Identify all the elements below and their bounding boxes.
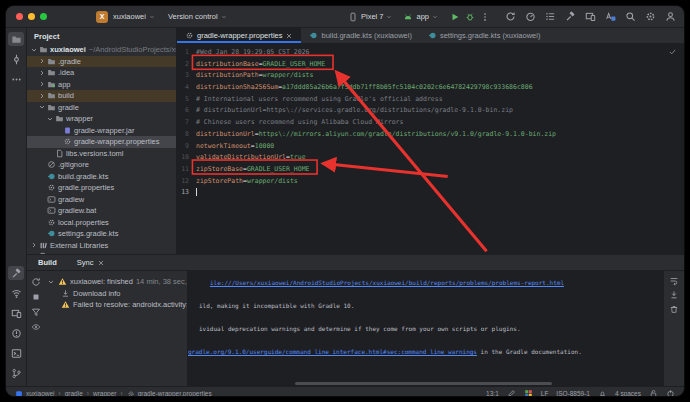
android-icon	[403, 12, 413, 22]
tree-item[interactable]: wrapper	[27, 113, 176, 125]
stop-icon[interactable]	[31, 292, 41, 302]
build-tool-icon[interactable]	[8, 266, 24, 280]
lib-icon	[38, 241, 48, 250]
tree-item[interactable]: .idea	[27, 67, 176, 79]
todo-list-icon[interactable]	[545, 11, 556, 22]
terminal-tool-icon[interactable]	[8, 346, 24, 360]
reader-mode-icon[interactable]	[666, 389, 675, 397]
editor-tabs: gradle-wrapper.propertiesbuild.gradle.kt…	[177, 28, 684, 44]
sync-again-icon[interactable]	[31, 277, 41, 287]
tree-item[interactable]: build	[27, 90, 176, 102]
tree-item[interactable]: app	[27, 79, 176, 91]
device-selector[interactable]: Pixel 7	[348, 12, 393, 22]
search-everywhere-icon[interactable]	[625, 11, 636, 22]
console-link[interactable]: gradle.org/9.1.0/userguide/command_line_…	[188, 348, 477, 355]
tree-item[interactable]: local.properties	[27, 217, 176, 229]
close-icon[interactable]	[97, 259, 105, 267]
tree-item[interactable]: libs.versions.toml	[27, 148, 176, 160]
breadcrumb-item[interactable]: xuxiaowei	[15, 390, 55, 398]
build-tree-row[interactable]: Download info	[45, 288, 187, 300]
console-line: ild, making it incompatible with Gradle …	[188, 300, 664, 312]
build-tree-row[interactable]: xuxiaowei: finished14 min, 38 sec, 395 m…	[45, 276, 187, 288]
profile-icon[interactable]	[665, 11, 676, 22]
settings-icon[interactable]	[645, 11, 656, 22]
horizontal-scrollbar[interactable]	[295, 382, 552, 385]
scroll-to-end-icon[interactable]	[669, 290, 679, 300]
tree-item[interactable]: gradle	[27, 102, 176, 114]
build-tree-row[interactable]: Failed to resolve: androidx.activity:act…	[45, 299, 187, 311]
project-name: xuxiaowei	[113, 12, 146, 21]
tab-gradle-wrapper.properties[interactable]: gradle-wrapper.properties	[177, 28, 301, 43]
tree-item[interactable]: xuxiaowei~/AndroidStudioProjects/xuxiaow…	[27, 44, 176, 56]
pen-icon[interactable]	[507, 389, 516, 397]
inspections-widget-icon[interactable]	[668, 47, 677, 56]
run-button[interactable]	[450, 12, 460, 22]
clear-console-icon[interactable]	[669, 304, 679, 314]
gearfile-icon	[46, 218, 56, 227]
breadcrumb-item[interactable]: gradle	[65, 390, 83, 397]
vcs-menu[interactable]: Version control	[168, 12, 227, 21]
breadcrumb-item[interactable]: gradle-wrapper.properties	[127, 390, 212, 398]
line-separator[interactable]: LF	[541, 390, 549, 397]
file-encoding[interactable]: ISO-8859-1	[556, 390, 590, 397]
breadcrumb: xuxiaowei›gradle›wrapper›gradle-wrapper.…	[15, 390, 212, 398]
plugin-squares-icon[interactable]	[524, 389, 533, 397]
gradle-sync-icon[interactable]	[505, 11, 516, 22]
console-lines: ile:///Users/xuxiaowei/AndroidStudioProj…	[188, 277, 664, 358]
tab-build.gradle.kts[interactable]: build.gradle.kts (xuxiaowei)	[301, 28, 419, 43]
folder-icon	[46, 91, 56, 100]
tree-item[interactable]: gradlew	[27, 194, 176, 206]
version-control-tool-icon[interactable]	[8, 366, 24, 380]
code-line: zipStoreBase=GRADLE_USER_HOME	[196, 164, 556, 176]
notification-icon[interactable]	[598, 389, 607, 397]
profiler-tool-icon[interactable]	[8, 286, 24, 300]
tree-item[interactable]: gradlew.bat	[27, 205, 176, 217]
status-widgets: 13:1LFISO-8859-14 spaces	[486, 389, 675, 397]
tab-settings.gradle.kts[interactable]: settings.gradle.kts (xuxiaowei)	[420, 28, 548, 43]
debug-button[interactable]	[465, 12, 475, 22]
chevron-down-icon	[221, 14, 227, 20]
tree-item[interactable]: External Libraries	[27, 240, 176, 252]
editor-gutter: 12345678910111213	[177, 44, 192, 254]
close-tab-icon[interactable]	[285, 32, 293, 40]
more-actions-icon[interactable]	[480, 12, 490, 22]
commit-tool-icon[interactable]	[8, 52, 24, 66]
problems-tool-icon[interactable]	[8, 326, 24, 340]
build-tree: xuxiaowei: finished14 min, 38 sec, 395 m…	[45, 271, 187, 386]
tree-item[interactable]: gradle-wrapper.properties	[27, 136, 176, 148]
profiler-icon[interactable]	[525, 11, 536, 22]
filter-icon[interactable]	[31, 307, 41, 317]
sync-tab[interactable]: Sync	[77, 258, 106, 267]
console-link[interactable]: ile:///Users/xuxiaowei/AndroidStudioProj…	[210, 279, 564, 286]
soft-wrap-icon[interactable]	[669, 276, 679, 286]
project-switcher[interactable]: xuxiaowei	[113, 12, 155, 21]
translate-icon[interactable]	[605, 11, 616, 22]
indent-size[interactable]: 4 spaces	[615, 390, 641, 397]
gearfile-icon	[62, 137, 72, 146]
project-tool-icon[interactable]	[8, 32, 24, 46]
tree-item[interactable]: gradle.properties	[27, 182, 176, 194]
running-devices-tool-icon[interactable]	[8, 306, 24, 320]
code-line: # International users recommend using Gr…	[196, 94, 556, 106]
build-project-icon[interactable]	[565, 11, 576, 22]
minimize-window-button[interactable]	[28, 13, 35, 20]
gradlefile-icon	[46, 229, 56, 238]
tree-item[interactable]: gradle-wrapper.jar	[27, 125, 176, 137]
code-line: # Chinese users recommend using Alibaba …	[196, 117, 556, 129]
build-console[interactable]: ile:///Users/xuxiaowei/AndroidStudioProj…	[187, 271, 664, 386]
preview-icon[interactable]	[31, 322, 41, 332]
caret-position[interactable]: 13:1	[486, 390, 499, 397]
editor[interactable]: 12345678910111213 #Wed Jan 28 19:29:05 C…	[177, 44, 684, 254]
run-config-selector[interactable]: app	[403, 12, 438, 22]
tree-item[interactable]: build.gradle.kts	[27, 171, 176, 183]
folderapp-icon	[46, 80, 56, 89]
maximize-window-button[interactable]	[40, 13, 47, 20]
lock-icon[interactable]	[649, 389, 658, 397]
device-manager-icon[interactable]	[585, 11, 596, 22]
tree-item[interactable]: settings.gradle.kts	[27, 228, 176, 240]
close-window-button[interactable]	[16, 13, 23, 20]
breadcrumb-item[interactable]: wrapper	[93, 390, 116, 397]
tree-item[interactable]: .gradle	[27, 56, 176, 68]
more-tools-icon[interactable]	[8, 72, 24, 86]
tree-item[interactable]: .gitignore	[27, 159, 176, 171]
